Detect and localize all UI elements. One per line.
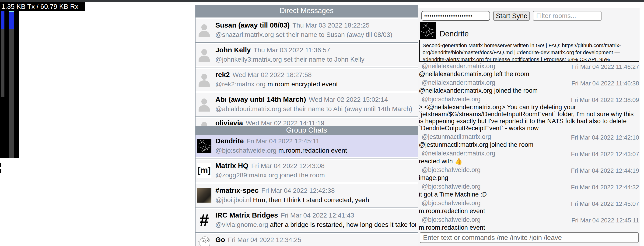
room-last-message: set their name to Abi (away until 14th M… bbox=[283, 105, 412, 112]
room-last-sender: @rek2:matrix.org bbox=[215, 80, 266, 88]
room-last-message: m.room.encrypted event bbox=[268, 80, 338, 88]
room-row-abi[interactable]: Abi (away until 14th March)Wed Mar 02 20… bbox=[196, 93, 418, 116]
room-row-matrix-hq[interactable]: [m] Matrix HQFri Mar 04 2022 12:43:08 @z… bbox=[196, 160, 418, 182]
network-traffic-graph bbox=[0, 11, 19, 158]
graph-bar-blue bbox=[9, 12, 14, 29]
room-last-message: m.room.redaction event bbox=[278, 147, 347, 154]
room-row-go[interactable]: GoFri Mar 04 2022 12:34:25 bbox=[196, 234, 418, 246]
room-last-message: joined the room bbox=[280, 172, 325, 179]
message-sender: @neilalexander:matrix.org bbox=[422, 150, 495, 157]
rooms-panel-divider bbox=[418, 5, 418, 246]
photo-avatar bbox=[197, 188, 212, 202]
message: @bjo:schafweide.orgFri Mar 04 2022 12:44… bbox=[419, 166, 640, 181]
password-input[interactable] bbox=[422, 11, 490, 21]
message: @neilalexander:matrix.orgFri Mar 04 2022… bbox=[419, 62, 640, 78]
room-header-avatar bbox=[420, 22, 436, 39]
room-topic: Second-generation Matrix homeserver writ… bbox=[419, 40, 639, 62]
message-sender: @neilalexander:matrix.org bbox=[422, 62, 495, 70]
row-divider bbox=[196, 232, 418, 234]
room-timestamp: Fri Mar 04 2022 12:34:25 bbox=[228, 236, 301, 244]
message-body: @neilalexander:matrix.org joined the roo… bbox=[419, 87, 640, 94]
room-name: Dendrite bbox=[215, 137, 244, 145]
message-sender: @bjo:schafweide.org bbox=[422, 200, 481, 206]
room-timestamp: Fri Mar 04 2022 12:41:43 bbox=[281, 212, 354, 219]
message-sender: @jestunmactii:matrix.org bbox=[422, 133, 491, 140]
room-name: oliviavia bbox=[215, 119, 243, 126]
row-divider bbox=[196, 116, 418, 118]
room-last-message: Hrm, then I think I stand corrected, yea… bbox=[253, 196, 369, 204]
message-body: @jestunmactii:matrix.org joined the room bbox=[419, 141, 640, 148]
message-sender: @bjo:schafweide.org bbox=[422, 183, 481, 190]
room-name: Susan (away till 08/03) bbox=[215, 21, 290, 29]
message-body: > <@neilalexander:matrix.org> You can tr… bbox=[419, 104, 640, 132]
row-divider bbox=[196, 157, 418, 160]
room-timestamp: Fri Mar 04 2022 12:43:08 bbox=[251, 162, 324, 170]
direct-messages-header: Direct Messages bbox=[196, 5, 418, 17]
room-title: Dendrite bbox=[440, 30, 469, 38]
message: @neilalexander:matrix.orgFri Mar 04 2022… bbox=[419, 79, 640, 94]
hash-icon: # bbox=[197, 213, 212, 227]
person-icon bbox=[197, 120, 212, 126]
window-top-strip bbox=[0, 0, 644, 2]
room-timestamp: Fri Mar 04 2022 12:42:38 bbox=[261, 187, 334, 194]
room-row-oliviavia[interactable]: oliviaviaWed Mar 02 2022 14:11:19 bbox=[196, 118, 418, 126]
room-row-dendrite[interactable]: DendriteFri Mar 04 2022 12:45:11 @bjo:sc… bbox=[196, 135, 418, 157]
room-last-sender: @abialdouri:matrix.org bbox=[215, 105, 281, 112]
message-timeline: @neilalexander:matrix.orgFri Mar 04 2022… bbox=[419, 62, 640, 233]
message-timestamp: Fri Mar 04 2022 12:44:19 bbox=[571, 167, 639, 174]
room-name: Matrix HQ bbox=[215, 162, 248, 170]
message-timestamp: Fri Mar 04 2022 11:46:38 bbox=[572, 80, 639, 87]
room-row-rek2[interactable]: rek2Wed Mar 02 2022 18:27:58 @rek2:matri… bbox=[196, 68, 418, 91]
row-divider bbox=[196, 17, 418, 19]
room-name: Abi (away until 14th March) bbox=[215, 96, 306, 103]
person-icon bbox=[197, 23, 212, 37]
room-row-john-kelly[interactable]: John KellyThu Mar 03 2022 11:36:57 @john… bbox=[196, 44, 418, 66]
room-last-sender: @bjo:schafweide.org bbox=[215, 147, 276, 154]
rooms-panel: Direct Messages Susan (away till 08/03)T… bbox=[196, 5, 418, 246]
room-row-irc-matrix-bridges[interactable]: # IRC Matrix BridgesFri Mar 04 2022 12:4… bbox=[196, 209, 418, 232]
message-timestamp: Fri Mar 04 2022 12:45:11 bbox=[572, 217, 639, 224]
graph-bar-blue bbox=[1, 11, 4, 29]
message-sender: @neilalexander:matrix.org bbox=[422, 79, 495, 86]
room-name: IRC Matrix Bridges bbox=[215, 211, 278, 219]
room-timestamp: Fri Mar 04 2022 12:45:11 bbox=[247, 138, 320, 145]
network-stats-label: 1.35 KB Tx / 60.79 KB Rx bbox=[0, 2, 85, 11]
message: @bjo:schafweide.orgFri Mar 04 2022 12:38… bbox=[419, 96, 640, 132]
room-row-matrix-spec[interactable]: #matrix-specFri Mar 04 2022 12:42:38 @jb… bbox=[196, 184, 418, 207]
message-sender: @bjo:schafweide.org bbox=[422, 96, 481, 103]
room-timestamp: Thu Mar 03 2022 18:22:25 bbox=[292, 22, 369, 29]
message-composer-input[interactable] bbox=[420, 232, 639, 243]
message-timestamp: Fri Mar 04 2022 11:46:27 bbox=[572, 63, 639, 70]
message: @neilalexander:matrix.orgFri Mar 04 2022… bbox=[419, 150, 640, 165]
filter-rooms-input[interactable] bbox=[533, 11, 602, 21]
room-last-message: set their name to Susan (away till 08/03… bbox=[276, 31, 392, 38]
room-last-message: after a bridge is restarted, how long do… bbox=[270, 221, 416, 228]
graph-residue-mark bbox=[0, 169, 1, 173]
message-sender: @bjo:schafweide.org bbox=[422, 166, 481, 174]
message-body: m.room.redaction event bbox=[419, 208, 640, 214]
app-window: 1.35 KB Tx / 60.79 KB Rx Direct Messages… bbox=[0, 0, 644, 246]
person-icon bbox=[197, 97, 212, 112]
room-last-sender: @jboi:jboi.nl bbox=[215, 196, 251, 204]
message-body: @neilalexander:matrix.org left the room bbox=[419, 70, 640, 78]
message-timestamp: Fri Mar 04 2022 12:45:07 bbox=[571, 200, 639, 208]
room-last-sender: @vivia:gnome.org bbox=[215, 221, 268, 228]
room-name: John Kelly bbox=[215, 46, 251, 54]
gopher-sketch-icon bbox=[197, 235, 212, 246]
row-divider bbox=[196, 66, 418, 68]
room-name: rek2 bbox=[215, 71, 230, 78]
start-sync-button[interactable]: Start Sync bbox=[493, 11, 530, 21]
row-divider bbox=[196, 207, 418, 209]
room-name: #matrix-spec bbox=[215, 186, 258, 194]
room-last-sender: @snazari:matrix.org bbox=[215, 31, 274, 38]
message-body: reacted with 👍 bbox=[419, 158, 640, 165]
room-timestamp: Wed Mar 02 2022 14:11:19 bbox=[246, 120, 324, 126]
room-row-susan[interactable]: Susan (away till 08/03)Thu Mar 03 2022 1… bbox=[196, 19, 418, 42]
message: @jestunmactii:matrix.orgFri Mar 04 2022 … bbox=[419, 133, 640, 148]
row-divider bbox=[196, 91, 418, 93]
room-last-sender: @johnkelly3:matrix.org bbox=[215, 56, 282, 63]
message-timestamp: Fri Mar 04 2022 12:43:07 bbox=[571, 150, 639, 158]
message-sender: @bjo:schafweide.org bbox=[422, 216, 481, 223]
group-chats-header: Group Chats bbox=[196, 126, 418, 135]
room-last-sender: @zogg289:matrix.org bbox=[215, 172, 278, 179]
